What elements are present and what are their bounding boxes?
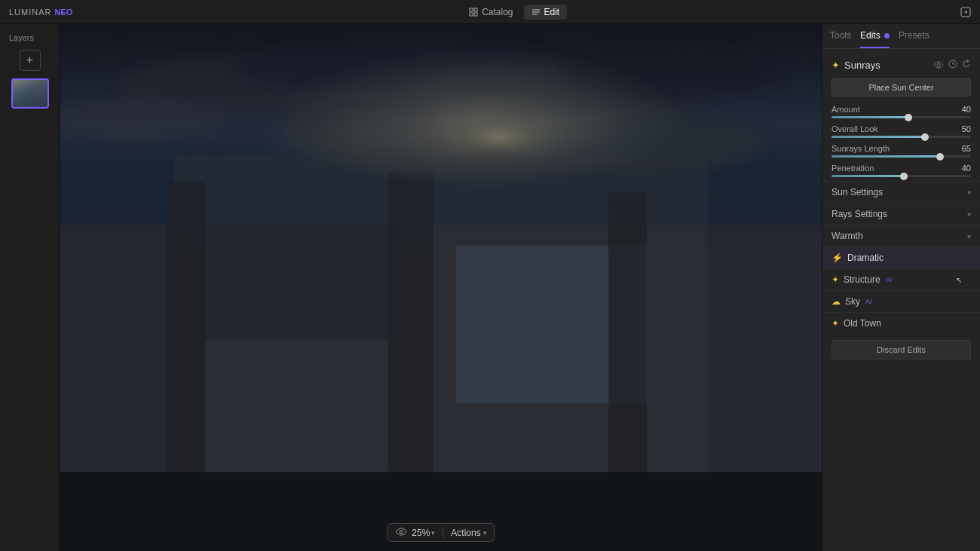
structure-badge: AI	[886, 276, 893, 283]
overall-look-slider-row: Overall Look 50	[822, 122, 980, 142]
main-area: Layers +	[0, 24, 980, 551]
catalog-icon	[469, 8, 478, 17]
tab-presets[interactable]: Presets	[899, 30, 929, 48]
right-panel: Tools Edits Presets ✦ Sunrays	[822, 24, 980, 551]
panel-tabs: Tools Edits Presets	[822, 24, 980, 49]
sky-label: Sky	[845, 296, 860, 307]
sunrays-history-icon[interactable]	[948, 60, 957, 71]
layers-label: Layers	[9, 33, 34, 42]
sunrays-visibility-icon[interactable]	[933, 60, 944, 71]
sun-settings-chevron	[967, 188, 971, 197]
cursor-indicator: ↖	[956, 276, 962, 284]
dramatic-label: Dramatic	[847, 253, 884, 263]
edit-icon	[531, 8, 541, 17]
sky-overlay	[60, 24, 822, 262]
canvas-area[interactable]: 25% ▾ Actions ▾	[60, 24, 822, 551]
structure-icon: ✦	[831, 274, 839, 285]
svg-rect-3	[474, 13, 477, 16]
canvas-bottom-bar: 25% ▾ Actions ▾	[387, 523, 495, 542]
rays-settings-label: Rays Settings	[831, 209, 887, 219]
sunrays-icon: ✦	[831, 60, 840, 71]
app-logo: LUMINAR NEO	[9, 8, 72, 17]
edit-label: Edit	[544, 7, 560, 17]
sun-settings-label: Sun Settings	[831, 187, 883, 197]
zoom-value: 25%	[412, 528, 430, 538]
svg-rect-0	[470, 8, 473, 11]
structure-label: Structure	[844, 274, 880, 285]
zoom-control[interactable]: 25% ▾	[412, 528, 435, 538]
sunrays-header: ✦ Sunrays	[822, 55, 980, 75]
warmth-label: Warmth	[831, 231, 863, 241]
rays-settings-chevron	[967, 210, 971, 219]
layer-thumbnail[interactable]	[11, 78, 49, 109]
sun-settings-section[interactable]: Sun Settings	[822, 181, 980, 203]
panel-content: ✦ Sunrays	[822, 49, 980, 551]
actions-chevron: ▾	[483, 529, 487, 537]
actions-control[interactable]: Actions ▾	[451, 528, 486, 538]
discard-edits-button[interactable]: Discard Edits	[831, 340, 971, 360]
sunrays-length-label: Sunrays Length	[831, 144, 890, 153]
share-icon[interactable]	[960, 7, 971, 17]
sunrays-length-value: 65	[962, 144, 971, 153]
edit-button[interactable]: Edit	[524, 5, 568, 20]
logo-luminar: LUMINAR	[9, 8, 52, 17]
overall-look-slider[interactable]	[831, 136, 971, 138]
topbar-right-actions	[956, 7, 971, 17]
place-sun-center-button[interactable]: Place Sun Center	[831, 78, 971, 96]
penetration-label: Penetration	[831, 164, 874, 173]
warmth-chevron	[967, 232, 971, 240]
penetration-thumb[interactable]	[900, 173, 908, 180]
rays-settings-section[interactable]: Rays Settings	[822, 203, 980, 225]
sunrays-length-slider-row: Sunrays Length 65	[822, 142, 980, 161]
svg-point-28	[937, 63, 940, 66]
add-layer-button[interactable]: +	[20, 50, 41, 71]
dramatic-section[interactable]: ⚡ Dramatic	[822, 246, 980, 268]
zoom-chevron: ▾	[431, 529, 435, 537]
tab-tools[interactable]: Tools	[830, 30, 851, 48]
old-town-label: Old Town	[844, 318, 881, 329]
penetration-slider-row: Penetration 40	[822, 161, 980, 181]
edits-badge	[884, 33, 890, 38]
overall-look-thumb[interactable]	[921, 133, 929, 141]
dramatic-icon: ⚡	[831, 253, 843, 263]
sky-icon: ☁	[831, 296, 841, 307]
catalog-button[interactable]: Catalog	[461, 5, 520, 20]
svg-rect-1	[474, 8, 477, 11]
overall-look-value: 50	[962, 124, 971, 133]
topbar-nav: Catalog Edit	[461, 5, 567, 20]
amount-slider-row: Amount 40	[822, 103, 980, 122]
left-sidebar: Layers +	[0, 24, 60, 551]
sky-badge: AI	[865, 298, 872, 305]
amount-label: Amount	[831, 105, 860, 114]
sunrays-length-slider[interactable]	[831, 155, 971, 158]
old-town-section[interactable]: ✦ Old Town	[822, 312, 980, 334]
overall-look-label: Overall Look	[831, 124, 878, 133]
toolbar-divider	[443, 528, 443, 538]
old-town-icon: ✦	[831, 318, 839, 329]
svg-point-27	[400, 531, 403, 534]
sky-section[interactable]: ☁ Sky AI	[822, 290, 980, 312]
structure-section[interactable]: ✦ Structure AI ↖	[822, 268, 980, 290]
sunrays-reset-icon[interactable]	[962, 60, 971, 71]
amount-slider[interactable]	[831, 116, 971, 118]
catalog-label: Catalog	[482, 7, 513, 17]
amount-value: 40	[962, 105, 971, 114]
svg-rect-2	[470, 13, 473, 16]
warmth-section[interactable]: Warmth	[822, 225, 980, 246]
actions-label: Actions	[451, 528, 480, 538]
penetration-slider[interactable]	[831, 175, 971, 177]
visibility-icon[interactable]	[395, 527, 407, 538]
penetration-value: 40	[962, 164, 971, 173]
sunrays-title: Sunrays	[844, 60, 880, 71]
topbar: LUMINAR NEO Catalog Edit	[0, 0, 980, 24]
sunrays-length-thumb[interactable]	[936, 153, 944, 161]
tab-edits[interactable]: Edits	[860, 30, 890, 48]
amount-thumb[interactable]	[905, 114, 912, 121]
logo-neo: NEO	[55, 8, 73, 17]
